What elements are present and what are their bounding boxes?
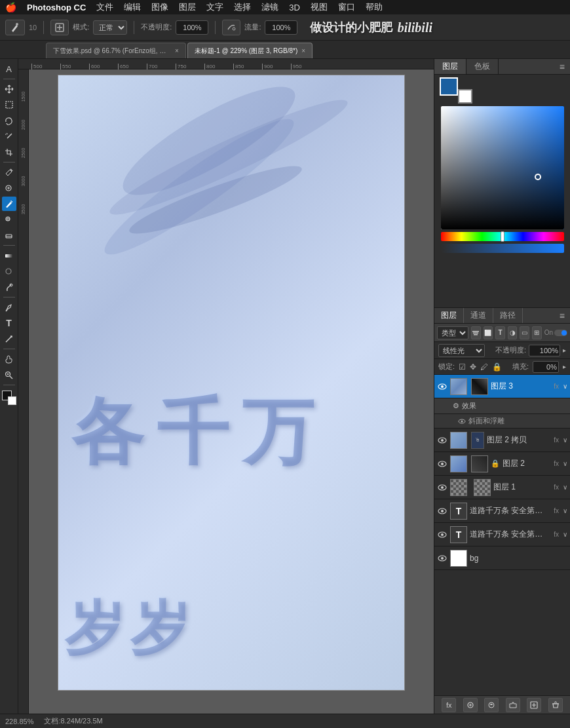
layer-row-layer1[interactable]: 图层 1 fx ∨ bbox=[434, 476, 570, 499]
flow-input[interactable] bbox=[265, 20, 297, 35]
opacity-value-input[interactable] bbox=[529, 345, 560, 356]
alpha-slider[interactable] bbox=[441, 244, 564, 253]
tool-move[interactable] bbox=[2, 82, 16, 96]
menu-type[interactable]: 文字 bbox=[206, 1, 223, 13]
menu-help[interactable]: 帮助 bbox=[366, 1, 383, 13]
tool-lasso[interactable] bbox=[2, 113, 16, 128]
tool-a[interactable]: A bbox=[2, 62, 16, 76]
menu-image[interactable]: 图像 bbox=[151, 1, 168, 13]
tab-swatches[interactable]: 色板 bbox=[466, 59, 499, 74]
menu-window[interactable]: 窗口 bbox=[338, 1, 355, 13]
layers-tab-channels[interactable]: 通道 bbox=[464, 308, 493, 323]
lock-icon-paint[interactable]: 🖊 bbox=[480, 362, 488, 372]
hue-slider[interactable] bbox=[441, 232, 564, 241]
menu-layer[interactable]: 图层 bbox=[179, 1, 196, 13]
tool-crop[interactable] bbox=[2, 145, 16, 159]
bg-swatch[interactable] bbox=[8, 396, 16, 405]
fill-arrow[interactable]: ▸ bbox=[563, 363, 566, 370]
layers-panel-menu[interactable]: ≡ bbox=[554, 308, 570, 323]
layer-icon-shape[interactable]: ▭ bbox=[520, 326, 529, 339]
lock-icon-check[interactable]: ☑ bbox=[459, 362, 466, 372]
fill-input[interactable] bbox=[533, 361, 559, 373]
blend-arrow[interactable]: ▸ bbox=[563, 347, 566, 354]
eye-bg[interactable] bbox=[437, 553, 447, 564]
layers-tab-paths[interactable]: 路径 bbox=[493, 308, 523, 323]
airbrush-btn[interactable] bbox=[222, 20, 240, 35]
eye-layer2-copy[interactable] bbox=[437, 435, 447, 446]
layer-icon-type[interactable]: T bbox=[495, 326, 505, 339]
lock-icon-move[interactable]: ✥ bbox=[470, 362, 476, 372]
layer-row-layer2-copy[interactable]: 🖱 图层 2 拷贝 fx ∨ bbox=[434, 429, 570, 452]
menu-view[interactable]: 视图 bbox=[311, 1, 328, 13]
blend-mode-select[interactable]: 线性光 bbox=[438, 344, 485, 357]
apple-menu[interactable]: 🍎 bbox=[5, 2, 16, 12]
opacity-input[interactable] bbox=[176, 20, 208, 35]
layer-row-layer2[interactable]: 🔒 图层 2 fx ∨ bbox=[434, 452, 570, 476]
layer2-fx[interactable]: fx bbox=[554, 460, 559, 467]
foreground-color[interactable] bbox=[440, 77, 458, 96]
app-name[interactable]: Photoshop CC bbox=[27, 3, 86, 12]
layer-lock-toggle[interactable]: On bbox=[544, 329, 567, 336]
fg-bg-container[interactable] bbox=[440, 77, 472, 104]
layer-icon-pixel[interactable]: ⬜ bbox=[484, 326, 493, 339]
layer2-copy-arrow[interactable]: ∨ bbox=[563, 436, 567, 444]
eye-text1[interactable] bbox=[437, 506, 447, 516]
layer2-arrow[interactable]: ∨ bbox=[563, 460, 567, 467]
mode-btn[interactable] bbox=[50, 20, 69, 35]
tool-hand[interactable] bbox=[2, 352, 16, 366]
layer-row-bevel[interactable]: 斜面和浮雕 bbox=[434, 414, 570, 429]
layer1-fx[interactable]: fx bbox=[554, 484, 559, 491]
add-layer-style-btn[interactable]: fx bbox=[442, 698, 456, 712]
tool-dodge[interactable] bbox=[2, 280, 16, 294]
bevel-eye[interactable] bbox=[458, 417, 466, 425]
menu-filter[interactable]: 滤镜 bbox=[261, 1, 278, 13]
tool-healpatch[interactable] bbox=[2, 181, 16, 195]
tool-path-select[interactable] bbox=[2, 332, 16, 346]
layer1-arrow[interactable]: ∨ bbox=[563, 484, 567, 491]
tool-text[interactable]: T bbox=[2, 316, 16, 330]
lock-icon-all[interactable]: 🔒 bbox=[492, 362, 502, 372]
menu-edit[interactable]: 编辑 bbox=[124, 1, 141, 13]
layer-icon-adjust[interactable]: ◑ bbox=[508, 326, 518, 339]
eye-layer3[interactable] bbox=[437, 381, 447, 392]
layer-row-bg[interactable]: bg bbox=[434, 546, 570, 570]
tool-brush[interactable] bbox=[2, 197, 16, 211]
tool-magic-wand[interactable] bbox=[2, 129, 16, 144]
eye-layer2[interactable] bbox=[437, 459, 447, 469]
text2-arrow[interactable]: ∨ bbox=[563, 531, 567, 538]
text1-fx[interactable]: fx bbox=[554, 507, 559, 514]
new-group-btn[interactable] bbox=[506, 698, 520, 712]
tool-eraser[interactable] bbox=[2, 228, 16, 242]
canvas-content[interactable]: 各千万 岁岁 一 bbox=[29, 69, 434, 714]
tab-color[interactable]: 图层 bbox=[434, 59, 466, 74]
layer-toggle[interactable] bbox=[554, 330, 567, 336]
layer-row-layer3[interactable]: 图层 3 fx ∨ bbox=[434, 375, 570, 398]
menu-file[interactable]: 文件 bbox=[96, 1, 113, 13]
tool-eyedropper[interactable] bbox=[2, 165, 16, 180]
layer-row-text1[interactable]: T 道路千万条 安全第一.... fx ∨ bbox=[434, 499, 570, 523]
color-panel-menu[interactable]: ≡ bbox=[554, 59, 570, 74]
add-mask-btn[interactable] bbox=[463, 698, 478, 712]
delete-layer-btn[interactable] bbox=[548, 698, 563, 712]
color-gradient[interactable] bbox=[441, 106, 564, 229]
mode-select[interactable]: 正常 bbox=[93, 20, 127, 35]
layer-filter-select[interactable]: 类型 bbox=[437, 326, 468, 339]
tool-pen[interactable] bbox=[2, 300, 16, 315]
layers-tab-layers[interactable]: 图层 bbox=[434, 308, 464, 323]
eye-text2[interactable] bbox=[437, 529, 447, 540]
layer-row-text2[interactable]: T 道路千万条 安全第一.... fx ∨ bbox=[434, 523, 570, 546]
tab-snow-close[interactable]: × bbox=[175, 47, 179, 54]
tool-clone[interactable] bbox=[2, 212, 16, 227]
layer3-fx[interactable]: fx bbox=[554, 383, 559, 390]
menu-select[interactable]: 选择 bbox=[234, 1, 251, 13]
layer2-copy-fx[interactable]: fx bbox=[554, 436, 559, 444]
tab-snow[interactable]: 下雪效果.psd @ 66.7% (ForEnzo组, 高清, 背景, 底纹..… bbox=[46, 43, 186, 58]
tool-gradient[interactable] bbox=[2, 248, 16, 263]
tab-untitled-close[interactable]: × bbox=[301, 47, 305, 54]
background-color[interactable] bbox=[458, 89, 472, 104]
tool-zoom[interactable] bbox=[2, 368, 16, 382]
tab-untitled[interactable]: 未标题-1 @ 229% (图层 3, RGB/8*) × bbox=[187, 43, 313, 58]
menu-3d[interactable]: 3D bbox=[289, 3, 300, 12]
brush-tool-btn[interactable] bbox=[5, 20, 25, 35]
text2-fx[interactable]: fx bbox=[554, 531, 559, 538]
